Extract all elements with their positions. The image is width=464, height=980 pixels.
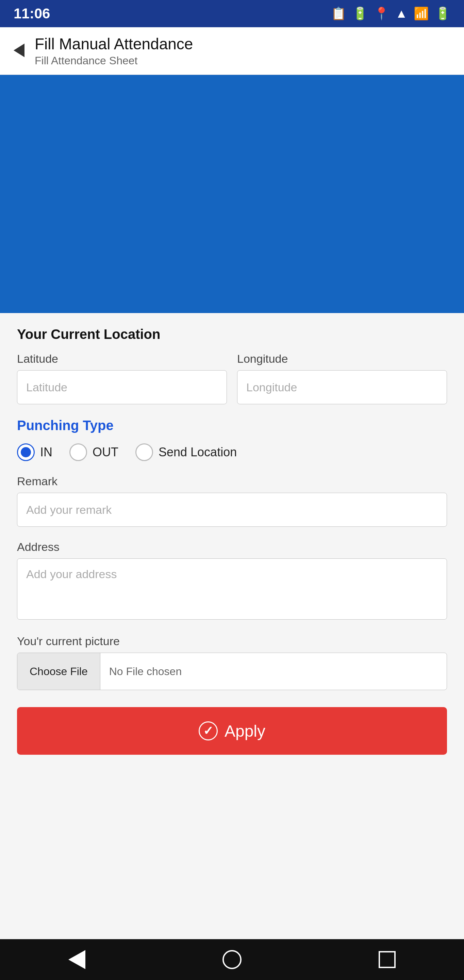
apply-button[interactable]: Apply: [17, 707, 447, 755]
nav-recent-icon: [378, 951, 396, 968]
nav-home-button[interactable]: [222, 950, 242, 969]
wifi-icon: ▲: [395, 6, 408, 21]
location-section-title: Your Current Location: [17, 327, 447, 342]
page-subtitle: Fill Attendance Sheet: [35, 54, 193, 67]
page-title: Fill Manual Attendance: [35, 35, 193, 53]
remark-input[interactable]: [17, 493, 447, 527]
apply-label: Apply: [224, 722, 265, 740]
address-label: Address: [17, 540, 447, 554]
punching-section: Punching Type IN OUT Send Location: [17, 418, 447, 461]
battery-icon: 🔋: [353, 6, 368, 21]
map-area: [0, 75, 464, 313]
status-icons: 📋 🔋 📍 ▲ 📶 🔋: [331, 6, 450, 21]
back-arrow-icon: [14, 43, 24, 57]
longitude-field: Longitude: [237, 352, 447, 404]
latitude-field: Latitude: [17, 352, 227, 404]
address-textarea[interactable]: [17, 558, 447, 620]
radio-label-send-location: Send Location: [159, 445, 237, 460]
radio-group: IN OUT Send Location: [17, 443, 447, 461]
radio-option-out[interactable]: OUT: [69, 443, 118, 461]
status-bar: 11:06 📋 🔋 📍 ▲ 📶 🔋: [0, 0, 464, 27]
location-icon: 📍: [374, 6, 389, 21]
bottom-nav: [0, 939, 464, 980]
choose-file-button[interactable]: Choose File: [17, 653, 100, 690]
signal-icon: 📶: [414, 6, 429, 21]
radio-label-out: OUT: [92, 445, 118, 460]
address-section: Address: [17, 540, 447, 621]
battery-full-icon: 🔋: [435, 6, 450, 21]
file-name-display: No File chosen: [100, 665, 191, 678]
remark-section: Remark: [17, 475, 447, 527]
picture-section: You'r current picture Choose File No Fil…: [17, 635, 447, 690]
clipboard-icon: 📋: [331, 6, 346, 21]
radio-circle-send-location: [135, 443, 153, 461]
remark-label: Remark: [17, 475, 447, 488]
nav-home-icon: [222, 950, 242, 969]
longitude-label: Longitude: [237, 352, 447, 366]
nav-recent-button[interactable]: [378, 951, 396, 968]
location-row: Latitude Longitude: [17, 352, 447, 404]
latitude-input[interactable]: [17, 370, 227, 404]
check-icon: [199, 721, 218, 740]
radio-label-in: IN: [40, 445, 52, 460]
status-time: 11:06: [14, 5, 50, 22]
punching-title: Punching Type: [17, 418, 447, 433]
latitude-label: Latitude: [17, 352, 227, 366]
radio-option-send-location[interactable]: Send Location: [135, 443, 237, 461]
file-input-wrapper: Choose File No File chosen: [17, 653, 447, 690]
app-bar: Fill Manual Attendance Fill Attendance S…: [0, 27, 464, 75]
main-content: Your Current Location Latitude Longitude…: [0, 313, 464, 768]
radio-option-in[interactable]: IN: [17, 443, 52, 461]
radio-circle-in: [17, 443, 35, 461]
picture-label: You'r current picture: [17, 635, 447, 648]
radio-circle-out: [69, 443, 87, 461]
back-button[interactable]: [10, 40, 28, 62]
nav-back-button[interactable]: [68, 950, 86, 969]
longitude-input[interactable]: [237, 370, 447, 404]
nav-back-icon: [68, 950, 86, 969]
app-bar-title-group: Fill Manual Attendance Fill Attendance S…: [35, 35, 193, 67]
